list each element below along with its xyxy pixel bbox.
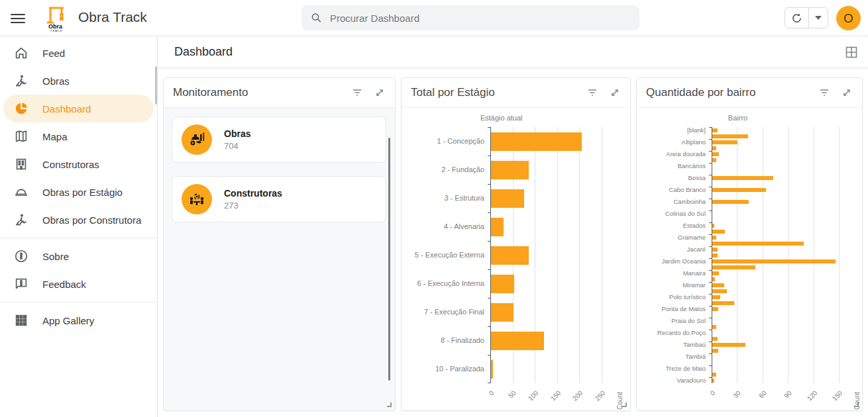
bar[interactable] <box>712 325 716 329</box>
card-resize-handle[interactable] <box>622 402 627 407</box>
bar[interactable] <box>491 132 582 151</box>
bar[interactable] <box>712 271 719 275</box>
bar[interactable] <box>712 248 718 252</box>
refresh-options-button[interactable] <box>809 8 828 28</box>
category-label: [blank] <box>637 127 706 133</box>
sidebar-item-app-gallery[interactable]: App Gallery <box>0 306 157 334</box>
bar[interactable] <box>712 152 719 156</box>
sidebar-item-obras[interactable]: Obras <box>0 67 157 95</box>
y-axis-tick <box>488 298 490 299</box>
team-meeting-icon <box>182 184 212 214</box>
y-axis-tick <box>709 246 712 247</box>
bar[interactable] <box>712 295 720 299</box>
bar[interactable] <box>491 218 504 236</box>
bar[interactable] <box>712 343 745 347</box>
category-label: Areia dourada <box>637 151 706 157</box>
tile-obras[interactable]: Obras 704 <box>172 116 386 163</box>
card-resize-handle[interactable] <box>854 402 859 407</box>
bar[interactable] <box>491 360 493 379</box>
sidebar-item-obras-por-estagio[interactable]: Obras por Estágio <box>0 178 157 206</box>
category-label: Cabo Branco <box>637 187 706 193</box>
bar[interactable] <box>712 140 737 144</box>
bar[interactable] <box>712 236 716 240</box>
y-axis-tick <box>709 127 712 128</box>
monitoramento-body: Obras 704 Construtoras 273 <box>164 108 395 410</box>
sidebar-item-obras-por-construtora[interactable]: Obras por Construtora <box>0 206 157 234</box>
user-avatar[interactable]: O <box>836 6 861 30</box>
bar[interactable] <box>712 349 718 353</box>
sidebar-item-sobre[interactable]: Sobre <box>0 242 157 270</box>
y-axis-tick <box>709 163 712 163</box>
y-axis-tick <box>488 212 490 213</box>
gridline <box>763 127 763 383</box>
bar[interactable] <box>712 337 718 341</box>
bar[interactable] <box>712 224 714 228</box>
search-bar[interactable] <box>301 5 639 30</box>
gridline <box>788 127 788 383</box>
expand-icon[interactable] <box>374 87 386 99</box>
bar[interactable] <box>491 303 514 322</box>
bar[interactable] <box>712 373 716 377</box>
bar[interactable] <box>712 289 727 293</box>
bar[interactable] <box>491 246 529 265</box>
tile-construtoras[interactable]: Construtoras 273 <box>172 176 386 222</box>
bar[interactable] <box>712 230 725 234</box>
y-axis-tick <box>709 282 712 283</box>
monitoramento-scrollbar[interactable] <box>388 138 390 381</box>
sidebar-divider <box>0 302 157 302</box>
bar[interactable] <box>712 176 773 180</box>
category-label: Jacaré <box>637 246 706 252</box>
expand-icon[interactable] <box>841 87 853 99</box>
bar[interactable] <box>712 134 748 138</box>
category-label: Altiplano <box>637 139 706 145</box>
bar[interactable] <box>712 128 718 132</box>
sidebar-item-feedback[interactable]: Feedback <box>0 270 157 298</box>
bar[interactable] <box>712 379 714 383</box>
search-input[interactable] <box>330 13 630 24</box>
bar[interactable] <box>712 265 755 269</box>
gridline <box>839 127 840 383</box>
gridline <box>814 127 814 383</box>
category-label: Ponta de Matos <box>637 306 706 312</box>
hamburger-menu-icon[interactable] <box>11 11 25 24</box>
category-label: Miramar <box>637 282 706 288</box>
card-title: Quantidade por bairro <box>646 86 818 99</box>
bar[interactable] <box>491 332 544 350</box>
tile-label: Construtoras <box>224 188 282 199</box>
refresh-button[interactable] <box>785 8 809 28</box>
bar[interactable] <box>712 301 734 305</box>
x-axis-tick-label: 60 <box>757 389 768 400</box>
tile-value: 704 <box>224 141 250 151</box>
bar[interactable] <box>491 275 514 293</box>
bar[interactable] <box>712 200 749 204</box>
bar[interactable] <box>491 189 524 208</box>
expand-icon[interactable] <box>609 87 621 99</box>
filter-icon[interactable] <box>586 87 598 99</box>
filter-icon[interactable] <box>351 87 363 99</box>
card-resize-handle[interactable] <box>387 402 392 407</box>
x-axis-tick-label: 250 <box>594 389 607 402</box>
sidebar-item-label: App Gallery <box>42 315 94 326</box>
sidebar-item-dashboard[interactable]: Dashboard <box>3 95 154 122</box>
bar[interactable] <box>712 277 715 281</box>
app-logo-crane: Obra T R A C K <box>44 5 69 32</box>
bar[interactable] <box>712 146 716 150</box>
pie-chart-icon <box>13 101 29 116</box>
layout-grid-icon[interactable] <box>845 46 857 58</box>
construction-tools-icon <box>182 124 212 155</box>
bar[interactable] <box>712 242 804 246</box>
bar[interactable] <box>712 188 766 192</box>
bar[interactable] <box>712 283 724 287</box>
bar[interactable] <box>712 254 718 257</box>
sidebar-item-feed[interactable]: Feed <box>0 39 157 67</box>
y-axis-tick <box>709 222 712 223</box>
sidebar-scrollbar[interactable] <box>155 66 157 105</box>
sidebar-item-mapa[interactable]: Mapa <box>0 122 157 150</box>
sidebar-item-construtoras[interactable]: Construtoras <box>0 150 157 178</box>
bar[interactable] <box>712 259 836 263</box>
bar[interactable] <box>712 307 718 311</box>
bar[interactable] <box>712 158 716 162</box>
bar[interactable] <box>491 161 529 179</box>
filter-icon[interactable] <box>818 87 830 99</box>
sidebar-divider <box>0 238 157 238</box>
